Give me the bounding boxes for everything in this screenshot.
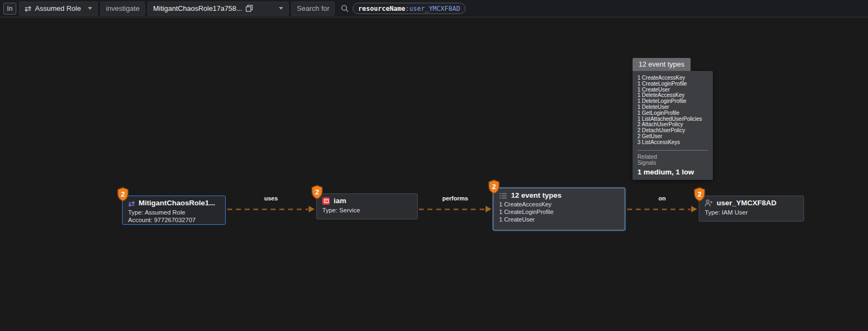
node-event-line: 1 CreateUser <box>499 216 619 224</box>
svg-text:2: 2 <box>315 188 319 196</box>
node-subtitle: Type: Service <box>322 206 412 214</box>
chevron-down-icon <box>279 7 283 10</box>
event-types-tooltip: 12 event types 1 CreateAccessKey 1 Creat… <box>633 58 713 180</box>
arrowhead-icon <box>486 206 492 212</box>
node-event-line: 1 CreateLoginProfile <box>499 209 619 216</box>
dashed-arrow-line <box>227 209 308 210</box>
tooltip-title: 12 event types <box>633 58 691 71</box>
svg-text:2: 2 <box>121 190 125 198</box>
dashed-arrow-line <box>419 209 485 210</box>
node-title: MitigantChaosRole1... <box>139 198 215 208</box>
divider <box>637 150 708 151</box>
severity-badge[interactable]: 2 <box>693 187 706 202</box>
entity-type-dropdown[interactable]: ⇄ Assumed Role <box>19 2 98 16</box>
edge-label: performs <box>419 195 492 202</box>
node-event-line: 1 CreateAccessKey <box>499 201 619 209</box>
tooltip-event: 3 ListAccessKeys <box>637 140 708 146</box>
scope-in-label: In <box>3 3 16 15</box>
signals-summary: 1 medium, 1 low <box>637 168 708 176</box>
query-colon: : <box>405 5 409 12</box>
dashed-arrow-line <box>627 209 691 210</box>
node-title: user_YMCXF8AD <box>717 198 776 208</box>
entity-name-label: MitigantChaosRole17a758... <box>153 4 242 12</box>
graph-node-iam-user[interactable]: 2 user_YMCXF8AD Type: IAM User <box>699 196 804 222</box>
query-key: resourceName <box>358 5 405 12</box>
tooltip-event: 1 CreateLoginProfile <box>637 81 708 87</box>
iam-user-icon <box>705 199 713 207</box>
arrowhead-icon <box>691 206 697 212</box>
related-signals-label: Related Signals <box>637 154 708 166</box>
search-query-input[interactable]: resourceName : user_YMCXF8AD <box>353 3 465 14</box>
search-icon <box>341 4 349 12</box>
node-subtitle: Type: Assumed Role <box>128 209 220 216</box>
search-for-label: Search for <box>291 2 335 16</box>
shield-icon: 2 <box>117 187 129 202</box>
shield-icon: 2 <box>488 179 500 194</box>
entity-dropdown[interactable]: MitigantChaosRole17a758... <box>148 2 289 16</box>
chevron-down-icon <box>88 7 92 10</box>
severity-badge[interactable]: 2 <box>311 185 323 199</box>
query-value: user_YMCXF8AD <box>409 5 460 12</box>
node-title: 12 event types <box>511 191 561 200</box>
shield-icon: 2 <box>311 185 323 199</box>
arrowhead-icon <box>309 206 315 212</box>
copy-icon[interactable] <box>246 5 253 12</box>
graph-node-event-types[interactable]: 2 12 event types 1 CreateAccessKey 1 Cre… <box>493 187 626 231</box>
node-subtitle: Type: IAM User <box>705 209 798 216</box>
tooltip-body: 1 CreateAccessKey 1 CreateLoginProfile 1… <box>633 71 713 180</box>
tooltip-event: 1 GetLoginProfile <box>637 111 708 116</box>
severity-badge[interactable]: 2 <box>117 187 129 202</box>
node-title: iam <box>334 196 346 206</box>
edge-label: on <box>627 195 697 202</box>
svg-text:2: 2 <box>492 183 496 191</box>
svg-text:2: 2 <box>698 190 701 198</box>
event-list-icon <box>499 192 507 199</box>
graph-node-iam-service[interactable]: 2 iam Type: Service <box>316 193 418 219</box>
node-subtitle: Account: 977267032707 <box>128 216 220 224</box>
entity-type-label: Assumed Role <box>35 4 81 12</box>
shield-icon: 2 <box>693 187 706 202</box>
swap-arrows-icon: ⇄ <box>24 4 31 12</box>
graph-edge-on: on <box>627 195 697 213</box>
investigate-label: investigate <box>100 2 145 16</box>
aws-iam-icon <box>322 197 330 205</box>
edge-label: uses <box>227 195 315 202</box>
severity-badge[interactable]: 2 <box>488 179 500 194</box>
top-toolbar: In ⇄ Assumed Role investigate MitigantCh… <box>0 0 868 17</box>
investigation-graph-canvas[interactable]: 2 ⇄ MitigantChaosRole1... Type: Assumed … <box>0 17 868 331</box>
graph-edge-performs: performs <box>419 195 492 213</box>
graph-node-assumed-role[interactable]: 2 ⇄ MitigantChaosRole1... Type: Assumed … <box>122 196 226 225</box>
graph-edge-uses: uses <box>227 195 315 213</box>
